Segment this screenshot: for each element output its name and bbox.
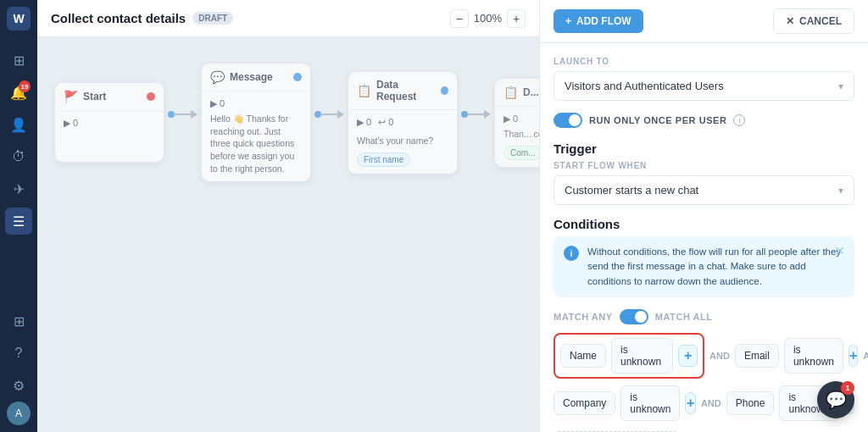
main-canvas: Collect contact details Draft − 100% + 🚩…	[37, 0, 539, 432]
chevron-down-icon: ▾	[838, 80, 843, 92]
run-once-row: RUN ONLY ONCE PER USER i	[554, 113, 854, 128]
flow-node-data-request[interactable]: 📋 Data Request ▶ 0 ↩ 0 What's your name?…	[348, 71, 458, 174]
cancel-icon: ✕	[786, 15, 794, 27]
data-request-icon: 📋	[357, 84, 371, 97]
company-add-button[interactable]: +	[685, 392, 696, 414]
flow-node-partial[interactable]: 📋 D... ▶ 0 Than... comp... Com...	[494, 78, 539, 168]
run-once-toggle[interactable]	[554, 113, 582, 128]
node-title-message: Message	[230, 71, 273, 83]
zoom-in-button[interactable]: +	[507, 9, 526, 28]
node-header-start: 🚩 Start	[55, 83, 164, 111]
flow-canvas: 🚩 Start ▶ 0 💬 Message	[37, 37, 539, 208]
right-panel: + ADD FLOW ✕ CANCEL LAUNCH TO Visitors a…	[539, 0, 868, 432]
node-body-partial: ▶ 0 Than... comp... Com...	[495, 107, 539, 167]
node-title-partial: D...	[523, 86, 539, 98]
message-preview: Hello 👋 Thanks for reaching out. Just th…	[210, 113, 302, 174]
run-once-label: RUN ONLY ONCE PER USER	[589, 115, 726, 125]
sidebar-item-notifications[interactable]: 🔔 19	[5, 79, 32, 106]
topbar: Collect contact details Draft − 100% +	[37, 0, 539, 37]
launch-to-label: LAUNCH TO	[554, 57, 854, 66]
trigger-chevron-icon: ▾	[838, 185, 843, 197]
cancel-button[interactable]: ✕ CANCEL	[773, 8, 854, 34]
zoom-out-button[interactable]: −	[450, 9, 469, 28]
node-header-message: 💬 Message	[202, 64, 310, 91]
node-title-data-request: Data Request	[376, 79, 436, 102]
name-is-unknown-chip[interactable]: is unknown	[611, 338, 673, 374]
node-header-partial: 📋 D...	[495, 79, 539, 107]
trigger-heading: Trigger	[554, 141, 854, 156]
data-request-preview: What's your name?	[357, 135, 448, 147]
conditions-info-text: Without conditions, the flow will run fo…	[587, 245, 844, 289]
and-label-2: AND	[863, 351, 868, 361]
partial-tag: Com...	[504, 146, 539, 160]
start-icon: 🚩	[64, 90, 78, 103]
match-any-label: MATCH ANY	[554, 312, 613, 322]
condition-row-2: Company is unknown + AND Phone is unknow…	[554, 385, 854, 421]
email-chip[interactable]: Email	[735, 344, 779, 368]
name-chip[interactable]: Name	[560, 344, 606, 368]
node-stat-start: ▶ 0	[64, 118, 155, 129]
message-icon: 💬	[210, 70, 225, 84]
conditions-heading: Conditions	[554, 217, 854, 231]
node-body-message: ▶ 0 Hello 👋 Thanks for reaching out. Jus…	[202, 91, 310, 181]
conditions-info-box: i Without conditions, the flow will run …	[554, 236, 854, 297]
launch-to-select[interactable]: Visitors and Authenticated Users ▾	[554, 71, 854, 101]
node-body-start: ▶ 0	[55, 111, 164, 162]
run-once-info-icon[interactable]: i	[733, 114, 745, 126]
arrow-3	[461, 110, 491, 136]
and-label-1: AND	[709, 351, 730, 361]
node-body-data-request: ▶ 0 ↩ 0 What's your name? First name	[348, 110, 457, 174]
sidebar-item-grid2[interactable]: ⊞	[5, 307, 32, 335]
start-flow-select[interactable]: Customer starts a new chat ▾	[554, 175, 854, 205]
arrow-1	[168, 110, 198, 136]
first-name-tag: First name	[357, 152, 410, 167]
name-add-button[interactable]: +	[678, 345, 698, 367]
draft-badge: Draft	[192, 12, 233, 25]
name-condition-group: Name is unknown +	[554, 333, 704, 379]
flow-node-message[interactable]: 💬 Message ▶ 0 Hello 👋 Thanks for reachin…	[201, 63, 311, 182]
arrow-2	[314, 110, 344, 136]
node-dot-message	[293, 73, 302, 81]
partial-icon: 📋	[504, 86, 518, 99]
close-info-button[interactable]: ✕	[832, 243, 848, 258]
sidebar-item-clock[interactable]: ⏱	[5, 143, 32, 170]
sidebar-logo: W	[7, 7, 31, 30]
sidebar-item-send[interactable]: ✈	[5, 175, 32, 202]
panel-top-bar: + ADD FLOW ✕ CANCEL	[540, 0, 868, 43]
chat-bubble-button[interactable]: 💬 1	[817, 381, 854, 418]
avatar[interactable]: A	[7, 402, 31, 425]
info-dot-icon: i	[564, 246, 579, 261]
company-chip[interactable]: Company	[554, 391, 615, 415]
sidebar-item-users[interactable]: 👤	[5, 111, 32, 138]
zoom-controls: − 100% +	[450, 9, 526, 28]
chat-notification-badge: 1	[841, 381, 854, 395]
node-header-data-request: 📋 Data Request	[348, 72, 457, 110]
condition-row-1: Name is unknown + AND Email is unknown +…	[554, 333, 854, 379]
email-add-button[interactable]: +	[849, 345, 858, 367]
email-is-unknown-chip[interactable]: is unknown	[784, 338, 843, 374]
node-stat-message: ▶ 0	[210, 98, 302, 109]
sidebar: W ⊞ 🔔 19 👤 ⏱ ✈ ☰ ⊞ ? ⚙ A	[0, 0, 37, 432]
add-flow-button[interactable]: + ADD FLOW	[554, 9, 643, 33]
launch-to-value: Visitors and Authenticated Users	[565, 80, 724, 92]
conditions-grid: Name is unknown + AND Email is unknown +…	[554, 333, 854, 421]
node-dot-data-request	[441, 86, 448, 95]
data-request-stats: ▶ 0 ↩ 0	[357, 117, 448, 131]
sidebar-item-inbox[interactable]: ☰	[5, 208, 32, 235]
and-label-3: AND	[701, 398, 721, 408]
match-toggle[interactable]	[620, 309, 648, 324]
page-title: Collect contact details	[51, 11, 186, 25]
sidebar-item-help[interactable]: ?	[5, 340, 32, 367]
start-flow-value: Customer starts a new chat	[565, 184, 698, 197]
start-flow-when-label: START FLOW WHEN	[554, 161, 854, 170]
flow-node-start[interactable]: 🚩 Start ▶ 0	[54, 82, 164, 163]
zoom-level: 100%	[474, 12, 502, 25]
match-row: MATCH ANY MATCH ALL	[554, 309, 854, 324]
match-all-label: MATCH ALL	[655, 312, 713, 322]
company-is-unknown-chip[interactable]: is unknown	[620, 385, 680, 421]
phone-chip[interactable]: Phone	[726, 391, 775, 415]
node-title-start: Start	[83, 91, 106, 102]
panel-content: LAUNCH TO Visitors and Authenticated Use…	[540, 43, 868, 432]
sidebar-item-settings[interactable]: ⚙	[5, 372, 32, 399]
sidebar-item-grid[interactable]: ⊞	[5, 47, 32, 74]
